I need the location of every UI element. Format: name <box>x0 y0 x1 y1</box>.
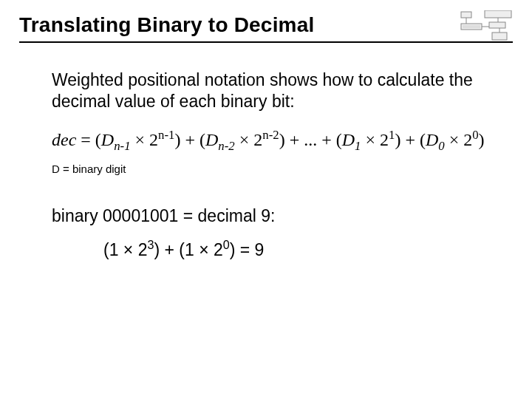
formula-text: dec = (Dn-1 × 2n-1) + (Dn-2 × 2n-2) + ..… <box>52 127 499 154</box>
svg-rect-5 <box>492 33 507 40</box>
slide: Translating Binary to Decimal Weighted p… <box>0 0 532 399</box>
example-line-2: (1 × 23) + (1 × 20) = 9 <box>52 238 499 260</box>
svg-rect-0 <box>461 12 471 18</box>
svg-rect-1 <box>485 10 511 18</box>
example-line-1: binary 00001001 = decimal 9: <box>52 206 499 226</box>
svg-rect-4 <box>489 22 505 28</box>
svg-rect-3 <box>463 25 480 28</box>
slide-title: Translating Binary to Decimal <box>19 13 314 37</box>
architecture-diagram-icon <box>460 10 516 41</box>
title-row: Translating Binary to Decimal <box>19 13 513 37</box>
intro-text: Weighted positional notation shows how t… <box>52 69 499 112</box>
digit-note: D = binary digit <box>52 163 499 175</box>
slide-body: Weighted positional notation shows how t… <box>19 43 513 260</box>
